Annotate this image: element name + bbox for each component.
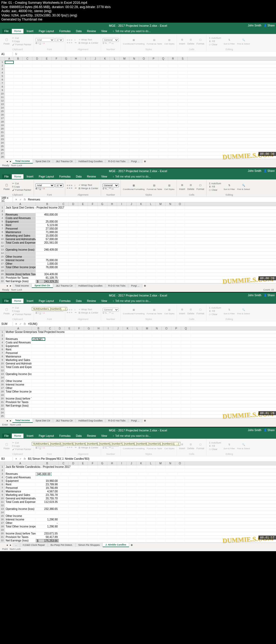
row-5[interactable]: 5Equipment xyxy=(0,345,276,348)
menu-page-layout[interactable]: Page Layout xyxy=(37,29,56,33)
sheet-tab[interactable]: ... xyxy=(12,543,20,547)
menu-insert[interactable]: Insert xyxy=(25,434,36,438)
row-3[interactable]: 3Revenues450,000.00 xyxy=(0,213,276,217)
row-16[interactable]: 16Interest Income75,000.00 xyxy=(0,259,276,262)
fx-icon[interactable]: fx xyxy=(15,53,17,56)
col-header-C[interactable]: C xyxy=(45,327,55,330)
new-sheet[interactable]: ⊕ xyxy=(129,544,134,546)
find-select[interactable]: 🔍Find & Select xyxy=(237,182,251,191)
menu-formulas[interactable]: Formulas xyxy=(57,299,73,303)
share-button[interactable]: 👤 Share xyxy=(264,294,275,297)
row-14[interactable]: 14 xyxy=(0,252,276,255)
col-header-K[interactable]: K xyxy=(136,462,146,465)
row-12[interactable]: 12 xyxy=(0,369,276,373)
fill[interactable]: ⬇ Fill xyxy=(208,185,222,188)
confirm-icon[interactable]: ✓ xyxy=(19,457,22,460)
row-19[interactable]: 19 xyxy=(0,269,276,273)
col-header-G[interactable]: G xyxy=(84,327,94,330)
copy-button[interactable]: ⎘ Copy xyxy=(11,40,32,43)
row-3[interactable]: 3Revenues=SUM() xyxy=(0,338,276,341)
tell-me-search[interactable]: ♀ Tell me what you want to do... xyxy=(110,299,274,303)
col-header-H[interactable]: H xyxy=(71,57,81,60)
menu-home[interactable]: Home xyxy=(12,434,23,438)
row-6[interactable]: 6Rent xyxy=(0,348,276,352)
font-name[interactable]: Arial xyxy=(36,183,54,187)
row-9[interactable]: 9 xyxy=(0,89,276,92)
format-cells[interactable]: ▢Format xyxy=(196,306,205,315)
row-7[interactable]: 7 xyxy=(0,82,276,85)
row-8[interactable]: 8Maintenance xyxy=(0,355,276,359)
cond-format[interactable]: ▦Conditional Formatting xyxy=(122,307,145,315)
format-painter-button[interactable]: 🖌 Format Painter xyxy=(11,188,32,192)
col-header-P[interactable]: P xyxy=(171,327,181,330)
col-header-O[interactable]: O xyxy=(162,327,171,330)
col-header-Q[interactable]: Q xyxy=(158,57,168,60)
font-size[interactable]: 10 xyxy=(55,38,63,42)
col-header-G[interactable]: G xyxy=(98,462,107,465)
col-header-D[interactable]: D xyxy=(32,57,42,60)
format-painter-button[interactable]: 🖌 Format Painter xyxy=(11,448,32,451)
sheet-tab[interactable]: Sprat Diet Ctr xyxy=(33,159,53,163)
row-21[interactable]: 21 xyxy=(0,131,276,134)
fill[interactable]: ⬇ Fill xyxy=(208,40,222,43)
fx-icon[interactable]: fx xyxy=(24,457,26,460)
tab-nav-next[interactable]: ▸ xyxy=(9,419,12,422)
cond-format[interactable]: ▦Conditional Formatting xyxy=(122,37,145,46)
row-14[interactable]: 14 xyxy=(0,106,276,110)
number-format[interactable]: General xyxy=(103,183,119,187)
row-18[interactable]: 18Total Other Income (expenses) xyxy=(0,390,276,394)
row-6[interactable]: 6 xyxy=(0,78,276,82)
tab-nav-next[interactable]: ▸ xyxy=(9,284,12,287)
cut-button[interactable]: ✂ Cut xyxy=(11,182,32,185)
sheet-tab[interactable]: Bo-Peep Pet Detect. xyxy=(48,543,76,547)
paste-button[interactable]: 📋Paste xyxy=(3,441,10,450)
col-header-M[interactable]: M xyxy=(142,327,152,330)
row-11[interactable]: 11Total Costs and Expenses201,561.00 xyxy=(0,241,276,245)
wrap-text[interactable]: ⤶ Wrap Text xyxy=(78,308,99,311)
insert-cells[interactable]: ⊞Insert xyxy=(178,182,186,191)
insert-cells[interactable]: ⊞Insert xyxy=(178,306,186,315)
share-button[interactable]: 👤 Share xyxy=(264,169,275,172)
col-header-F[interactable]: F xyxy=(88,462,98,465)
menu-home[interactable]: Home xyxy=(12,299,23,303)
row-18[interactable]: 18Total Other Income (expenses)76,000.00 xyxy=(0,266,276,269)
merge-center[interactable]: ⊞ Merge & Center xyxy=(78,41,99,45)
wrap-text[interactable]: ⤶ Wrap Text xyxy=(78,183,99,187)
menu-file[interactable]: File xyxy=(2,29,11,33)
row-2[interactable]: 2 xyxy=(0,64,276,68)
col-header-H[interactable]: H xyxy=(107,462,117,465)
row-16[interactable]: 16Interest Income1,290.90 xyxy=(0,518,276,522)
menu-review[interactable]: Review xyxy=(85,29,98,33)
menu-insert[interactable]: Insert xyxy=(25,174,36,179)
menu-formulas[interactable]: Formulas xyxy=(57,29,73,33)
col-header-F[interactable]: F xyxy=(88,202,98,206)
row-19[interactable]: 19 xyxy=(0,394,276,397)
tab-nav-next[interactable]: ▸ xyxy=(9,160,12,163)
row-24[interactable]: 24 xyxy=(0,141,276,145)
col-header-F[interactable]: F xyxy=(74,327,84,330)
font-size[interactable]: 10 xyxy=(55,183,63,187)
col-header-I[interactable]: I xyxy=(117,202,127,206)
spreadsheet-grid[interactable]: ABCDEFGHIJKLMNOPQ1Mother Goose Enterpris… xyxy=(0,327,276,418)
fill[interactable]: ⬇ Fill xyxy=(208,444,222,448)
confirm-icon[interactable]: ✓ xyxy=(19,198,22,201)
spreadsheet-grid[interactable]: ABCDEFGHIJKLMNO1Jack Sprat Diet Centers … xyxy=(0,202,276,283)
row-5[interactable]: 5Equipment25,000.00 xyxy=(0,220,276,224)
row-19[interactable]: 19 xyxy=(0,529,276,532)
col-header-A[interactable]: A xyxy=(5,202,36,206)
sort-filter[interactable]: ⇅Sort & Filter xyxy=(223,307,236,315)
tab-nav-prev[interactable]: ◂ xyxy=(5,284,9,287)
row-9[interactable]: 9Marketing and Sales15,000.00 xyxy=(0,234,276,238)
name-box[interactable]: SUM xyxy=(0,322,13,326)
col-header-I[interactable]: I xyxy=(117,462,127,465)
wrap-text[interactable]: ⤶ Wrap Text xyxy=(78,38,99,41)
row-10[interactable]: 10General and Adminstrative57,000.00 xyxy=(0,238,276,241)
row-8[interactable]: 8Maintenance71,888.00 xyxy=(0,231,276,234)
col-header-P[interactable]: P xyxy=(149,57,158,60)
row-16[interactable]: 16 xyxy=(0,113,276,117)
tell-me-search[interactable]: ♀ Tell me what you want to do... xyxy=(110,434,274,438)
format-table[interactable]: ▤Format as Table xyxy=(146,182,163,191)
col-header-K[interactable]: K xyxy=(100,57,110,60)
fx-icon[interactable]: fx xyxy=(24,322,26,325)
cell-styles[interactable]: ▥Cell Styles xyxy=(164,37,175,46)
